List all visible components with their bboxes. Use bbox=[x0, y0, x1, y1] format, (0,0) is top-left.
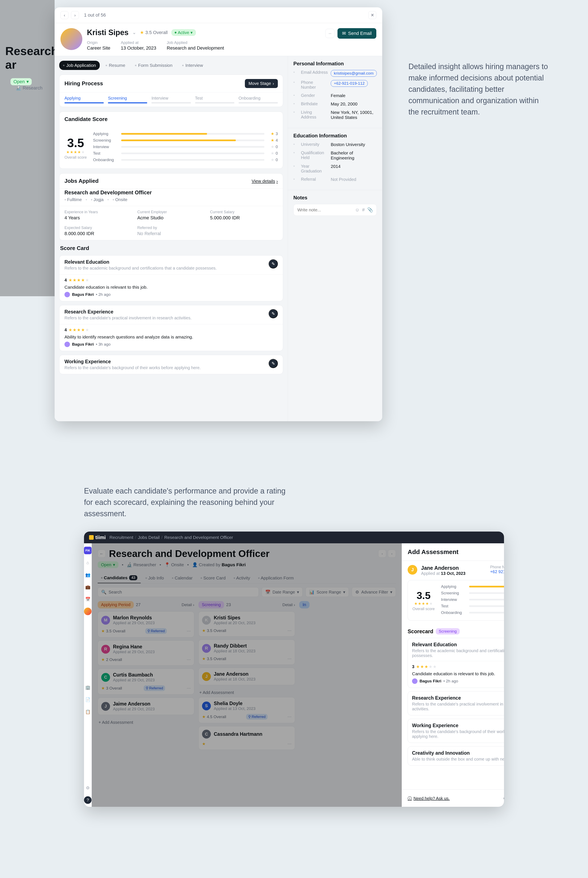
info-row: ◦Qualification HeldBachelor of Engineeri… bbox=[293, 150, 377, 161]
profile-header: Kristi Sipes ⌄ ★3.5 Overall Active ▾ Ori… bbox=[55, 23, 382, 56]
score-row: Interview★0 bbox=[93, 144, 278, 149]
info-row: ◦GenderFemale bbox=[293, 93, 377, 98]
job-field: Experience in Years4 Years bbox=[64, 210, 132, 221]
scorecard-item-title: Research Experience bbox=[64, 309, 265, 315]
hash-icon[interactable]: # bbox=[362, 207, 364, 213]
hiring-process-card: Hiring Process Move Stage › ApplyingScre… bbox=[59, 75, 283, 107]
meta-value: Career Site bbox=[87, 45, 110, 51]
tab-interview[interactable]: ▫Interview bbox=[178, 61, 207, 70]
info-row: ◦Email Addresskristisipes@gmail.com bbox=[293, 70, 377, 77]
section-caption: Detailed insight allows hiring managers … bbox=[408, 61, 551, 118]
modal-header: ‹ › 1 out of 56 ✕ bbox=[55, 8, 382, 23]
backdrop-title: Research ar bbox=[0, 44, 55, 71]
meta-label: Origin bbox=[87, 41, 110, 45]
stage-test[interactable]: Test bbox=[195, 96, 234, 103]
scorecard-item: Research ExperienceRefers to the candida… bbox=[59, 305, 283, 351]
home-icon: ◦ bbox=[293, 110, 298, 114]
status-badge: Active ▾ bbox=[171, 29, 196, 36]
mail-icon: ✉ bbox=[342, 31, 346, 36]
job-field: Current Salary5.000.000 IDR bbox=[210, 210, 278, 221]
tab-resume[interactable]: ▫Resume bbox=[102, 61, 129, 70]
education-info-section: Education Information ◦UniversityBoston … bbox=[288, 128, 382, 190]
send-email-button[interactable]: ✉Send Email bbox=[338, 28, 376, 39]
scorecard-item-desc: Refers to the candidate's practical invo… bbox=[64, 316, 265, 320]
more-button[interactable]: ⋯ bbox=[325, 29, 334, 38]
job-meta-item: ◦ Fulltime bbox=[64, 197, 82, 202]
scorecard-item-desc: Refers to the academic background and ce… bbox=[64, 266, 265, 271]
info-row: ◦Phone Number+62-921-019-112 bbox=[293, 80, 377, 90]
close-button[interactable]: ✕ bbox=[368, 11, 376, 19]
candidate-score-card: Candidate Score 3.5 ★★★★★ Overall score … bbox=[59, 111, 283, 169]
video-icon: ▫ bbox=[182, 63, 183, 68]
candidate-score-title: Candidate Score bbox=[64, 116, 108, 122]
job-field: Referred byNo Referral bbox=[137, 226, 205, 236]
edit-button[interactable]: ✎ bbox=[268, 259, 278, 269]
info-row: ◦UniversityBoston University bbox=[293, 142, 377, 147]
job-field: Current EmployerAcme Studio bbox=[137, 210, 205, 221]
prev-button[interactable]: ‹ bbox=[60, 11, 69, 19]
candidate-name: Kristi Sipes bbox=[87, 28, 129, 37]
edit-button[interactable]: ✎ bbox=[268, 309, 278, 318]
education-info-title: Education Information bbox=[293, 133, 377, 139]
job-meta-item: ◦ Onsite bbox=[112, 197, 127, 202]
mail-icon: ◦ bbox=[293, 70, 298, 74]
meta-label: Applied at bbox=[121, 41, 156, 45]
scorecard-title: Score Card bbox=[60, 245, 282, 251]
role-label: 🔬 Research bbox=[16, 85, 42, 91]
job-field: Expected Salary8.000.000 IDR bbox=[64, 226, 132, 236]
stage-interview[interactable]: Interview bbox=[152, 96, 190, 103]
move-stage-button[interactable]: Move Stage › bbox=[245, 79, 278, 88]
jobs-applied-card: Jobs Applied View details › Research and… bbox=[59, 173, 283, 241]
section-caption-2: Evaluate each candidate's performance an… bbox=[84, 485, 286, 519]
link-icon: ◦ bbox=[293, 177, 298, 181]
hiring-process-title: Hiring Process bbox=[64, 80, 103, 87]
backdrop-content: Research ar Open ▾🔬 Research bbox=[0, 40, 55, 95]
cert-icon: ◦ bbox=[293, 150, 298, 155]
score-row: Onboarding★0 bbox=[93, 157, 278, 162]
notes-title: Notes bbox=[293, 195, 377, 201]
note-input[interactable] bbox=[297, 207, 352, 212]
cake-icon: ◦ bbox=[293, 101, 298, 106]
job-title: Research and Development Officer bbox=[59, 189, 283, 197]
score-row: Test★0 bbox=[93, 151, 278, 156]
scorecard-item: Working ExperienceRefers to the candidat… bbox=[59, 355, 283, 374]
attach-icon[interactable]: 📎 bbox=[367, 207, 373, 213]
info-row: ◦BirthdateMay 20, 2000 bbox=[293, 101, 377, 107]
scorecard-item-title: Relevant Education bbox=[64, 259, 265, 265]
next-button[interactable]: › bbox=[71, 11, 79, 19]
counter: 1 out of 56 bbox=[84, 12, 106, 18]
chevron-down-icon[interactable]: ⌄ bbox=[132, 30, 136, 35]
scorecard-item-title: Working Experience bbox=[64, 359, 265, 365]
score-row: Screening★4 bbox=[93, 138, 278, 143]
stage-screening[interactable]: Screening bbox=[108, 96, 147, 103]
form-icon: ▫ bbox=[135, 63, 136, 68]
note-input-box: ☺ # 📎 bbox=[293, 204, 377, 216]
view-details-link[interactable]: View details › bbox=[252, 179, 278, 183]
avatar bbox=[60, 28, 82, 50]
personal-info-title: Personal Information bbox=[293, 61, 377, 67]
scorecard-item: Relevant EducationRefers to the academic… bbox=[59, 255, 283, 301]
meta-label: Job Applied bbox=[167, 41, 224, 45]
emoji-icon[interactable]: ☺ bbox=[355, 207, 360, 213]
tab-form-submission[interactable]: ▫Form Submission bbox=[131, 61, 176, 70]
tab-job-application[interactable]: ▫Job Application bbox=[59, 61, 100, 70]
grad-icon: ◦ bbox=[293, 142, 298, 146]
overall-score: 3.5 ★★★★★ Overall score bbox=[64, 136, 87, 160]
info-row: ◦Living AddressNew York, NY, 10001, Unit… bbox=[293, 110, 377, 120]
jobs-applied-title: Jobs Applied bbox=[64, 178, 99, 184]
stage-onboarding[interactable]: Onboarding bbox=[238, 96, 278, 103]
personal-info-section: Personal Information ◦Email Addresskrist… bbox=[288, 56, 382, 128]
info-row: ◦ReferralNot Provided bbox=[293, 177, 377, 182]
job-meta-item: ◦ Jogja bbox=[91, 197, 104, 202]
scorecard-item-desc: Refers to the candidate's background of … bbox=[64, 365, 265, 370]
meta-value: Research and Development bbox=[167, 45, 224, 51]
edit-button[interactable]: ✎ bbox=[268, 359, 278, 368]
file-icon: ▫ bbox=[106, 63, 107, 68]
candidate-modal: ‹ › 1 out of 56 ✕ Kristi Sipes ⌄ ★3.5 Ov… bbox=[55, 8, 382, 421]
rating: ★3.5 Overall bbox=[140, 30, 168, 35]
status-pill: Open ▾ bbox=[10, 78, 32, 85]
briefcase-icon: ▫ bbox=[63, 63, 64, 68]
user-icon: ◦ bbox=[293, 93, 298, 98]
score-row: Applying★3 bbox=[93, 131, 278, 136]
stage-applying[interactable]: Applying bbox=[64, 96, 104, 103]
